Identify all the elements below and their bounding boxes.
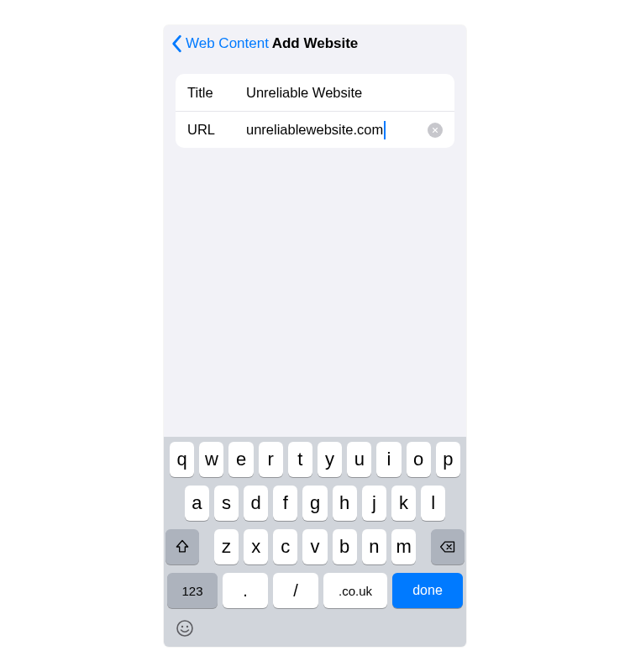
page-title: Add Website — [272, 35, 359, 52]
key-z[interactable]: z — [214, 529, 239, 564]
key-p[interactable]: p — [436, 442, 460, 477]
url-field[interactable]: unreliablewebsite.com — [246, 122, 383, 138]
key-x[interactable]: x — [244, 529, 268, 564]
keyboard-row-1: q w e r t y u i o p — [167, 442, 463, 477]
svg-point-2 — [186, 626, 188, 627]
emoji-icon — [175, 618, 195, 638]
title-label: Title — [187, 85, 246, 101]
key-o[interactable]: o — [407, 442, 431, 477]
key-m[interactable]: m — [391, 529, 416, 564]
key-k[interactable]: k — [391, 486, 416, 521]
text-cursor — [384, 121, 386, 139]
key-n[interactable]: n — [362, 529, 386, 564]
keyboard-row-2: a s d f g h j k l — [167, 486, 463, 521]
close-icon — [432, 127, 438, 134]
url-label: URL — [187, 122, 246, 138]
key-l[interactable]: l — [421, 486, 445, 521]
key-a[interactable]: a — [185, 486, 209, 521]
key-v[interactable]: v — [302, 529, 327, 564]
key-g[interactable]: g — [302, 486, 327, 521]
keyboard-footer — [167, 613, 463, 643]
key-h[interactable]: h — [333, 486, 357, 521]
url-row[interactable]: URL unreliablewebsite.com — [176, 111, 454, 148]
keyboard-bottom-row: 123 . / .co.uk done — [167, 573, 463, 608]
svg-point-1 — [181, 626, 183, 627]
back-button[interactable]: Web Content — [171, 34, 269, 53]
key-t[interactable]: t — [288, 442, 312, 477]
key-f[interactable]: f — [273, 486, 297, 521]
backspace-icon — [439, 538, 456, 555]
key-q[interactable]: q — [170, 442, 194, 477]
chevron-left-icon — [171, 34, 182, 53]
nav-bar: Web Content Add Website — [164, 25, 466, 62]
key-j[interactable]: j — [362, 486, 386, 521]
backspace-key[interactable] — [431, 529, 465, 564]
title-row[interactable]: Title Unreliable Website — [176, 74, 454, 111]
key-u[interactable]: u — [347, 442, 371, 477]
dot-key[interactable]: . — [223, 573, 268, 608]
title-field[interactable]: Unreliable Website — [246, 85, 443, 101]
shift-icon — [174, 538, 191, 555]
key-c[interactable]: c — [273, 529, 297, 564]
key-r[interactable]: r — [259, 442, 283, 477]
slash-key[interactable]: / — [273, 573, 318, 608]
clear-button[interactable] — [428, 123, 443, 138]
key-e[interactable]: e — [228, 442, 253, 477]
key-s[interactable]: s — [214, 486, 239, 521]
done-key[interactable]: done — [392, 573, 463, 608]
emoji-button[interactable] — [174, 617, 196, 639]
content-area: Title Unreliable Website URL unreliablew… — [164, 62, 466, 437]
numbers-key[interactable]: 123 — [167, 573, 218, 608]
form-group: Title Unreliable Website URL unreliablew… — [176, 74, 454, 148]
shift-key[interactable] — [165, 529, 199, 564]
key-w[interactable]: w — [199, 442, 223, 477]
couk-key[interactable]: .co.uk — [323, 573, 387, 608]
phone-screen: Web Content Add Website Title Unreliable… — [164, 25, 466, 647]
keyboard-row-3: z x c v b n m — [167, 529, 463, 564]
key-i[interactable]: i — [376, 442, 401, 477]
back-label: Web Content — [186, 35, 269, 52]
svg-point-0 — [177, 621, 192, 636]
key-d[interactable]: d — [244, 486, 268, 521]
key-y[interactable]: y — [318, 442, 342, 477]
keyboard: q w e r t y u i o p a s d f g h j k l — [164, 437, 466, 647]
key-b[interactable]: b — [333, 529, 357, 564]
